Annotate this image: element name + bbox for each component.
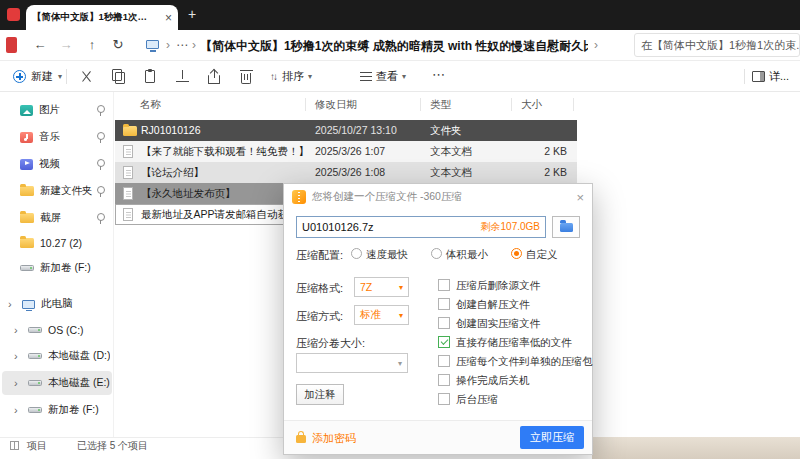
column-type[interactable]: 类型 xyxy=(430,98,451,112)
checkbox-store-low-ratio-label[interactable]: 直接存储压缩率低的文件 xyxy=(456,336,572,350)
sidebar-item-disk-d[interactable]: › 本地磁盘 (D:) xyxy=(2,344,112,368)
cut-button[interactable] xyxy=(74,65,98,88)
sidebar-item-volume-f[interactable]: 新加卷 (F:) xyxy=(2,256,112,280)
radio-smallest-label[interactable]: 体积最小 xyxy=(446,248,488,262)
sidebar-item-screenshots[interactable]: 截屏 xyxy=(2,206,112,230)
method-dropdown[interactable]: 标准 ▾ xyxy=(354,305,409,325)
column-divider[interactable] xyxy=(573,98,574,111)
chevron-right-icon[interactable]: › xyxy=(14,324,22,336)
split-size-dropdown[interactable]: ▾ xyxy=(296,353,408,373)
chevron-right-icon[interactable]: › xyxy=(8,298,16,310)
delete-button[interactable] xyxy=(234,65,258,88)
browse-button[interactable] xyxy=(552,216,580,238)
chevron-right-icon[interactable]: › xyxy=(14,404,22,416)
sidebar-item-label: 新加卷 (F:) xyxy=(40,261,91,275)
refresh-button[interactable]: ↻ xyxy=(108,36,128,54)
sidebar-item-music[interactable]: 音乐 xyxy=(2,125,112,149)
file-row[interactable]: 【论坛介绍】 2025/3/26 1:08 文本文档 2 KB xyxy=(115,162,577,183)
radio-fastest-label[interactable]: 速度最快 xyxy=(366,248,408,262)
add-password-label: 添加密码 xyxy=(312,431,356,446)
checkbox-delete-source[interactable] xyxy=(438,279,450,291)
more-options-button[interactable]: ⋯ xyxy=(432,67,445,82)
sidebar-item-pictures[interactable]: 图片 xyxy=(2,98,112,122)
details-pane-toggle[interactable]: 详... xyxy=(752,65,789,88)
computer-icon xyxy=(22,300,35,309)
tab-close-icon[interactable]: × xyxy=(165,12,172,24)
browse-folder-icon xyxy=(560,223,573,232)
paste-button[interactable] xyxy=(138,65,162,88)
checkbox-shutdown-after[interactable] xyxy=(438,374,450,386)
chevron-right-icon[interactable]: › xyxy=(14,377,22,389)
checkbox-delete-source-label[interactable]: 压缩后删除源文件 xyxy=(456,279,540,293)
checkbox-self-extract-label[interactable]: 创建自解压文件 xyxy=(456,298,530,312)
column-divider[interactable] xyxy=(305,98,306,111)
toolbar-divider xyxy=(66,69,67,84)
chevron-right-icon[interactable]: › xyxy=(14,350,22,362)
sidebar-item-label: 此电脑 xyxy=(41,297,73,311)
view-button[interactable]: 查看 ▾ xyxy=(360,65,406,88)
split-size-label: 压缩分卷大小: xyxy=(296,336,365,351)
item-count: 项目 xyxy=(27,439,47,453)
new-tab-button[interactable]: + xyxy=(188,6,196,22)
sidebar-item-os-c[interactable]: › OS (C:) xyxy=(2,318,112,342)
format-dropdown[interactable]: 7Z ▾ xyxy=(354,277,409,297)
sidebar-item-volume-f2[interactable]: › 新加卷 (F:) xyxy=(2,398,112,422)
checkbox-shutdown-after-label[interactable]: 操作完成后关机 xyxy=(456,374,530,388)
radio-fastest[interactable] xyxy=(351,248,362,259)
checkbox-self-extract[interactable] xyxy=(438,298,450,310)
column-date-modified[interactable]: 修改日期 xyxy=(315,98,357,112)
search-input[interactable]: 在【简体中文版】1秒撸1次的束... xyxy=(634,33,800,57)
sort-button[interactable]: ↑↓ 排序 ▾ xyxy=(270,65,312,88)
breadcrumb-ellipsis-button[interactable]: ⋯ xyxy=(176,38,189,52)
rename-button[interactable] xyxy=(170,65,194,88)
radio-custom-label[interactable]: 自定义 xyxy=(526,248,558,262)
breadcrumb-chevron-icon: › xyxy=(594,38,598,52)
checkbox-separate-archives[interactable] xyxy=(438,355,450,367)
column-headers: 名称 修改日期 类型 大小 xyxy=(115,92,800,118)
share-button[interactable] xyxy=(202,65,226,88)
column-divider[interactable] xyxy=(511,98,512,111)
add-password-button[interactable]: 添加密码 xyxy=(296,431,356,446)
format-label: 压缩格式: xyxy=(296,281,343,296)
copy-button[interactable] xyxy=(106,65,130,88)
checkbox-background-compress-label[interactable]: 后台压缩 xyxy=(456,393,498,407)
file-row[interactable]: 【来了就能下载和观看！纯免费！】 2025/3/26 1:07 文本文档 2 K… xyxy=(115,141,577,162)
column-divider[interactable] xyxy=(420,98,421,111)
checkbox-separate-archives-label[interactable]: 压缩每个文件到单独的压缩包 xyxy=(456,355,593,369)
back-button[interactable]: ← xyxy=(30,36,50,54)
compress-now-button[interactable]: 立即压缩 xyxy=(520,426,584,449)
forward-button[interactable]: → xyxy=(56,36,76,54)
dialog-close-button[interactable]: × xyxy=(576,190,584,205)
explorer-tab[interactable]: 【简体中文版】1秒撸1次的束缚 × xyxy=(26,5,178,30)
radio-smallest[interactable] xyxy=(431,248,442,259)
checkbox-solid-archive[interactable] xyxy=(438,317,450,329)
sidebar-item-disk-e[interactable]: › 本地磁盘 (E:) xyxy=(2,371,112,395)
breadcrumb-current-folder[interactable]: 【简体中文版】1秒撸1次的束缚 成熟的暗精灵 with 性奴的慢速自慰耐久比赛 xyxy=(200,38,588,55)
sidebar-item-1027[interactable]: 10.27 (2) xyxy=(2,231,112,255)
share-icon xyxy=(208,75,220,84)
navigation-bar: ← → ↑ ↻ › ⋯ › 【简体中文版】1秒撸1次的束缚 成熟的暗精灵 wit… xyxy=(0,30,800,61)
chevron-down-icon: ▾ xyxy=(308,72,312,81)
new-button[interactable]: 新建 ▾ xyxy=(8,65,67,88)
sidebar-item-new-folder[interactable]: 新建文件夹 xyxy=(2,179,112,203)
column-size[interactable]: 大小 xyxy=(521,98,542,112)
dialog-title-bar[interactable]: 您将创建一个压缩文件 -360压缩 × xyxy=(284,184,592,210)
drive-icon xyxy=(28,327,42,333)
sidebar-item-videos[interactable]: 视频 xyxy=(2,152,112,176)
archive-name-input[interactable]: U01010126.7z 剩余107.0GB xyxy=(296,216,546,238)
items-icon xyxy=(10,441,19,450)
checkbox-solid-archive-label[interactable]: 创建固实压缩文件 xyxy=(456,317,540,331)
add-comment-button[interactable]: 加注释 xyxy=(296,384,344,405)
radio-custom[interactable] xyxy=(511,248,522,259)
sidebar-item-this-pc[interactable]: › 此电脑 xyxy=(2,292,112,316)
chevron-down-icon: ▾ xyxy=(402,72,406,81)
column-name[interactable]: 名称 xyxy=(140,98,161,112)
tab-bar: 【简体中文版】1秒撸1次的束缚 × + xyxy=(0,0,800,30)
up-button[interactable]: ↑ xyxy=(82,36,102,54)
checkbox-background-compress[interactable] xyxy=(438,393,450,405)
folder-icon xyxy=(20,186,34,196)
file-row-folder[interactable]: RJ01010126 2025/10/27 13:10 文件夹 xyxy=(115,120,577,141)
selection-count: 已选择 5 个项目 xyxy=(77,439,148,453)
view-list-icon xyxy=(360,71,372,82)
checkbox-store-low-ratio[interactable] xyxy=(438,336,450,348)
